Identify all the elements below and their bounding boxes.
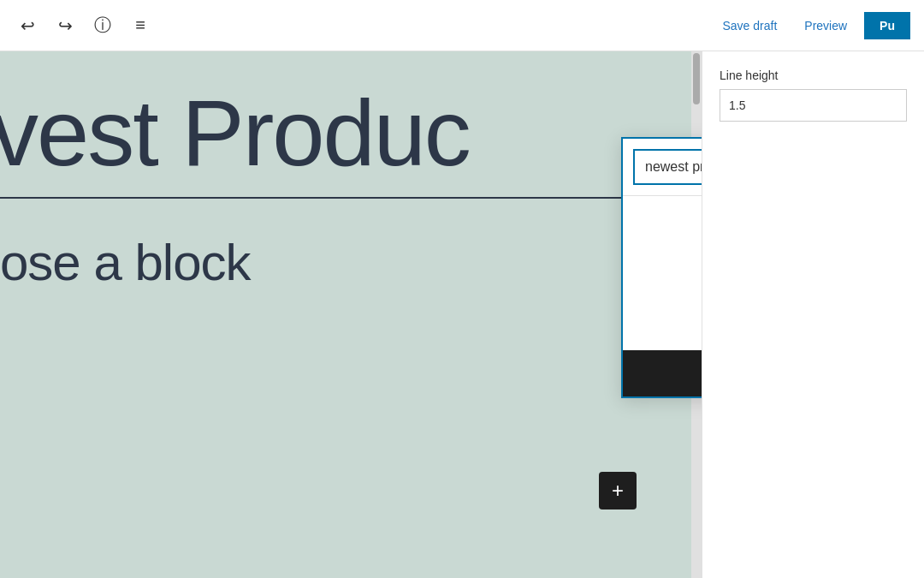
toolbar: ↩ ↪ ⓘ ≡ Save draft Preview Pu — [0, 0, 924, 51]
save-draft-button[interactable]: Save draft — [712, 14, 787, 38]
browse-all-button[interactable]: Browse all — [623, 350, 702, 396]
preview-button[interactable]: Preview — [794, 14, 857, 38]
main-area: vest Produc ose a block + — [0, 51, 924, 578]
add-block-button[interactable]: + — [599, 472, 637, 509]
canvas-heading: vest Produc — [0, 51, 702, 180]
canvas: vest Produc ose a block + — [0, 51, 702, 578]
canvas-subtext: ose a block — [0, 216, 702, 292]
undo-icon[interactable]: ↩ — [14, 12, 41, 39]
redo-icon[interactable]: ↪ — [51, 12, 79, 39]
block-inserter-panel: ! Newest Products Browse all — [621, 137, 702, 398]
info-icon[interactable]: ⓘ — [89, 12, 116, 39]
publish-button[interactable]: Pu — [864, 12, 910, 39]
block-search-input[interactable] — [633, 149, 702, 185]
scroll-thumb — [693, 53, 700, 104]
right-panel: Line height — [702, 51, 924, 578]
canvas-divider — [0, 197, 702, 199]
block-inserter-search-area — [623, 139, 702, 196]
line-height-label: Line height — [720, 69, 907, 82]
toolbar-left: ↩ ↪ ⓘ ≡ — [14, 12, 154, 39]
block-inserter-results: ! Newest Products — [623, 196, 702, 350]
toolbar-right: Save draft Preview Pu — [712, 12, 910, 39]
line-height-input[interactable] — [720, 89, 907, 122]
menu-icon[interactable]: ≡ — [127, 12, 154, 39]
